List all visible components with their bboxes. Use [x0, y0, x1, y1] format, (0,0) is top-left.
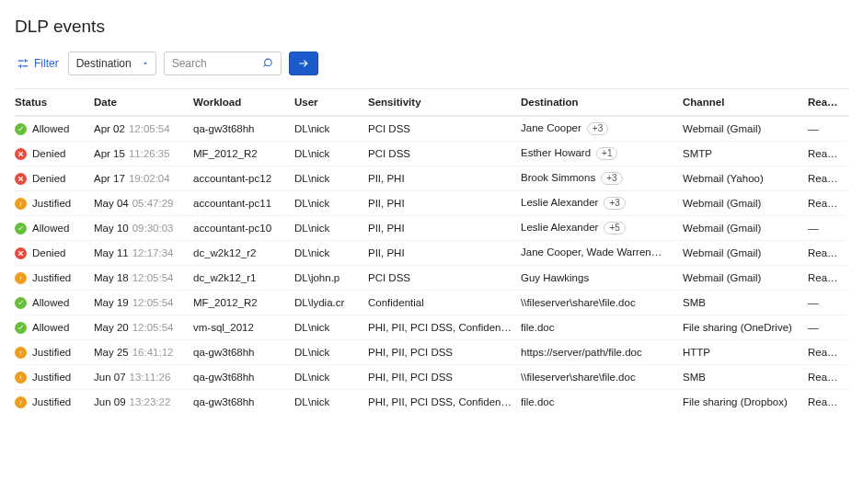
- count-badge: +5: [604, 222, 625, 235]
- status-cell: Allowed: [15, 123, 94, 135]
- destination-cell: Brook Simmons+3: [521, 172, 683, 185]
- reason-cell: —: [808, 223, 848, 234]
- status-text: Justified: [32, 372, 71, 383]
- workload-cell: MF_2012_R2: [193, 297, 294, 308]
- status-icon: [15, 272, 27, 284]
- table-row[interactable]: JustifiedJun 0913:23:22qa-gw3t68hhDL\nic…: [15, 389, 848, 414]
- status-icon: [15, 347, 27, 359]
- status-text: Denied: [32, 247, 65, 258]
- destination-cell: Esther Howard+1: [521, 147, 683, 160]
- status-cell: Justified: [15, 396, 94, 408]
- channel-cell: SMTP: [683, 148, 808, 159]
- sensitivity-cell: PHI, PII, PCI DSS: [368, 372, 521, 383]
- table-row[interactable]: JustifiedMay 1812:05:54dc_w2k12_r1DL\joh…: [15, 265, 848, 290]
- destination-cell: https://server/path/file.doc: [521, 347, 683, 358]
- col-date[interactable]: Date: [94, 97, 193, 108]
- user-cell: DL\john.p: [294, 272, 368, 283]
- table-row[interactable]: DeniedMay 1112:17:34dc_w2k12_r2DL\nickPI…: [15, 240, 848, 265]
- sliders-icon: [17, 57, 29, 70]
- table-row[interactable]: DeniedApr 1719:02:04accountant-pc12DL\ni…: [15, 166, 848, 190]
- date-cell: May 1112:17:34: [94, 247, 193, 258]
- reason-cell: Reason …: [808, 198, 848, 209]
- status-text: Denied: [32, 148, 65, 159]
- workload-cell: accountant-pc11: [193, 198, 294, 209]
- status-icon: [15, 396, 27, 408]
- col-status[interactable]: Status: [15, 97, 94, 108]
- status-cell: Justified: [15, 198, 94, 210]
- count-badge: +1: [596, 147, 617, 160]
- channel-cell: Webmail (Gmail): [683, 123, 808, 134]
- sensitivity-cell: PII, PHI: [368, 223, 521, 234]
- count-badge: +3: [657, 246, 678, 259]
- reason-cell: Reason …: [808, 148, 848, 159]
- count-badge: +3: [601, 172, 622, 185]
- reason-cell: Reason …: [808, 247, 848, 258]
- col-channel[interactable]: Channel: [683, 97, 808, 108]
- table-row[interactable]: AllowedMay 2012:05:54vm-sql_2012DL\nickP…: [15, 315, 848, 339]
- workload-cell: accountant-pc10: [193, 223, 294, 234]
- channel-cell: Webmail (Gmail): [683, 247, 808, 258]
- reason-cell: —: [808, 297, 848, 308]
- date-cell: Apr 1719:02:04: [94, 173, 193, 184]
- status-cell: Justified: [15, 272, 94, 284]
- sensitivity-cell: PII, PHI: [368, 247, 521, 258]
- channel-cell: SMB: [683, 297, 808, 308]
- workload-cell: qa-gw3t68hh: [193, 396, 294, 407]
- table-row[interactable]: AllowedApr 0212:05:54qa-gw3t68hhDL\nickP…: [15, 116, 848, 141]
- reason-cell: Reason …: [808, 173, 848, 184]
- reason-cell: —: [808, 123, 848, 134]
- filter-button[interactable]: Filter: [15, 53, 61, 74]
- table-row[interactable]: AllowedMay 1912:05:54MF_2012_R2DL\lydia.…: [15, 290, 848, 315]
- reason-cell: —: [808, 322, 848, 333]
- destination-cell: Leslie Alexander+3: [521, 197, 683, 210]
- destination-select[interactable]: Destination: [68, 52, 156, 75]
- table-row[interactable]: JustifiedMay 2516:41:12qa-gw3t68hhDL\nic…: [15, 339, 848, 364]
- chevron-down-icon: [141, 59, 150, 68]
- user-cell: DL\nick: [294, 372, 368, 383]
- user-cell: DL\nick: [294, 223, 368, 234]
- user-cell: DL\nick: [294, 123, 368, 134]
- status-icon: [15, 123, 27, 135]
- channel-cell: File sharing (Dropbox): [683, 396, 808, 407]
- col-reason[interactable]: Reason: [808, 97, 848, 108]
- sensitivity-cell: Confidential: [368, 297, 521, 308]
- status-text: Justified: [32, 198, 71, 209]
- workload-cell: dc_w2k12_r2: [193, 247, 294, 258]
- status-cell: Justified: [15, 347, 94, 359]
- count-badge: +3: [587, 122, 608, 135]
- col-destination[interactable]: Destination: [521, 97, 683, 108]
- table-row[interactable]: JustifiedMay 0405:47:29accountant-pc11DL…: [15, 190, 848, 215]
- user-cell: DL\nick: [294, 322, 368, 333]
- reason-cell: Reason …: [808, 372, 848, 383]
- count-badge: +3: [604, 197, 625, 210]
- destination-cell: file.doc: [521, 322, 683, 333]
- channel-cell: HTTP: [683, 347, 808, 358]
- date-cell: Apr 1511:26:35: [94, 148, 193, 159]
- submit-button[interactable]: [289, 52, 318, 75]
- status-icon: [15, 372, 27, 384]
- col-workload[interactable]: Workload: [193, 97, 294, 108]
- destination-cell: Jane Cooper, Wade Warren+3: [521, 246, 683, 259]
- arrow-right-icon: [297, 57, 310, 70]
- status-cell: Denied: [15, 247, 94, 259]
- col-user[interactable]: User: [294, 97, 368, 108]
- table-row[interactable]: JustifiedJun 0713:11:26qa-gw3t68hhDL\nic…: [15, 364, 848, 389]
- table-row[interactable]: DeniedApr 1511:26:35MF_2012_R2DL\nickPCI…: [15, 141, 848, 166]
- status-icon: [15, 322, 27, 334]
- reason-cell: Reason …: [808, 396, 848, 407]
- col-sensitivity[interactable]: Sensitivity: [368, 97, 521, 108]
- channel-cell: SMB: [683, 372, 808, 383]
- status-icon: [15, 297, 27, 309]
- date-cell: Jun 0913:23:22: [94, 396, 193, 407]
- sensitivity-cell: PCI DSS: [368, 148, 521, 159]
- channel-cell: File sharing (OneDrive): [683, 322, 808, 333]
- status-icon: [15, 198, 27, 210]
- user-cell: DL\nick: [294, 173, 368, 184]
- user-cell: DL\lydia.cr: [294, 297, 368, 308]
- user-cell: DL\nick: [294, 198, 368, 209]
- channel-cell: Webmail (Gmail): [683, 272, 808, 283]
- filter-label: Filter: [34, 57, 59, 70]
- status-text: Justified: [32, 272, 71, 283]
- status-cell: Denied: [15, 173, 94, 185]
- table-row[interactable]: AllowedMay 1009:30:03accountant-pc10DL\n…: [15, 215, 848, 240]
